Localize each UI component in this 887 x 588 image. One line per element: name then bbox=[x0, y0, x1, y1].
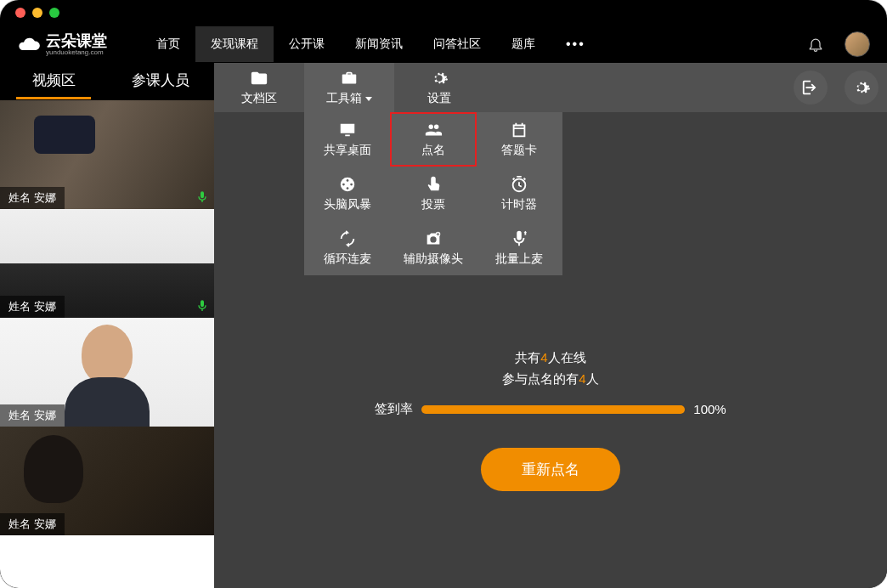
main-content: 文档区 工具箱 设置 bbox=[214, 63, 887, 588]
nav-qa[interactable]: 问答社区 bbox=[418, 26, 496, 62]
dd-brainstorm[interactable]: 头脑风暴 bbox=[304, 167, 390, 221]
mic-up-icon bbox=[510, 229, 528, 248]
folder-icon bbox=[250, 69, 268, 88]
mic-icon bbox=[195, 299, 209, 313]
dd-aux-camera[interactable]: 辅助摄像头 bbox=[390, 221, 476, 275]
mic-icon bbox=[195, 190, 209, 204]
window-titlebar bbox=[0, 0, 887, 25]
dd-batch-mic[interactable]: 批量上麦 bbox=[477, 221, 562, 275]
minimize-dot[interactable] bbox=[32, 8, 42, 18]
sidebar: 视频区 参课人员 姓名 安娜 姓名 安娜 姓名 安娜 姓名 安娜 bbox=[0, 63, 214, 588]
restart-rollcall-button[interactable]: 重新点名 bbox=[481, 448, 620, 491]
nav-public[interactable]: 公开课 bbox=[274, 26, 340, 62]
toolbox-dropdown: 共享桌面 点名 答题卡 头脑风暴 投票 bbox=[304, 112, 562, 275]
settings-round-button[interactable] bbox=[845, 71, 879, 105]
gear-icon bbox=[852, 78, 871, 97]
checkin-rate: 签到率 100% bbox=[375, 401, 726, 417]
tab-attendees[interactable]: 参课人员 bbox=[107, 63, 214, 98]
cloud-icon bbox=[17, 32, 41, 56]
video-cell[interactable] bbox=[0, 535, 214, 588]
film-reel-icon bbox=[338, 175, 357, 194]
svg-point-2 bbox=[342, 184, 345, 186]
maximize-dot[interactable] bbox=[49, 8, 59, 18]
nav-bank[interactable]: 题库 bbox=[496, 26, 551, 62]
nav-discover[interactable]: 发现课程 bbox=[195, 26, 274, 62]
video-cell[interactable]: 姓名 安娜 bbox=[0, 318, 214, 427]
svg-point-1 bbox=[346, 179, 348, 182]
exit-icon bbox=[801, 78, 820, 97]
calendar-icon bbox=[510, 121, 528, 139]
dd-answer-card[interactable]: 答题卡 bbox=[477, 112, 562, 167]
video-cell[interactable]: 姓名 安娜 bbox=[0, 209, 214, 318]
monitor-share-icon bbox=[338, 121, 357, 139]
toolbar: 文档区 工具箱 设置 bbox=[214, 63, 887, 112]
logo-subtext: yunduoketang.com bbox=[46, 48, 107, 56]
camera-plus-icon bbox=[424, 229, 443, 248]
nav-more[interactable]: ••• bbox=[551, 26, 601, 62]
video-list: 姓名 安娜 姓名 安娜 姓名 安娜 姓名 安娜 bbox=[0, 100, 214, 588]
toolbar-settings[interactable]: 设置 bbox=[394, 63, 484, 112]
clock-icon bbox=[510, 175, 528, 194]
svg-point-4 bbox=[346, 187, 348, 189]
online-count: 共有4人在线 bbox=[515, 350, 585, 366]
svg-point-3 bbox=[350, 184, 353, 186]
tab-video[interactable]: 视频区 bbox=[0, 63, 107, 98]
logo-text: 云朵课堂 bbox=[46, 33, 107, 48]
dd-vote[interactable]: 投票 bbox=[390, 167, 476, 221]
dd-loop-mic[interactable]: 循环连麦 bbox=[304, 221, 390, 275]
loop-icon bbox=[338, 229, 357, 248]
exit-button[interactable] bbox=[794, 71, 828, 105]
video-cell[interactable]: 姓名 安娜 bbox=[0, 427, 214, 535]
nav-news[interactable]: 新闻资讯 bbox=[340, 26, 418, 62]
toolbar-doc[interactable]: 文档区 bbox=[214, 63, 304, 112]
toolbar-toolbox[interactable]: 工具箱 bbox=[304, 63, 394, 112]
close-dot[interactable] bbox=[15, 8, 25, 18]
dd-rollcall[interactable]: 点名 bbox=[390, 112, 476, 167]
nav-home[interactable]: 首页 bbox=[141, 26, 195, 62]
logo[interactable]: 云朵课堂 yunduoketang.com bbox=[17, 32, 107, 56]
video-cell[interactable]: 姓名 安娜 bbox=[0, 100, 214, 209]
bell-icon[interactable] bbox=[807, 36, 824, 53]
gear-icon bbox=[430, 69, 449, 88]
user-avatar[interactable] bbox=[845, 31, 870, 57]
dd-timer[interactable]: 计时器 bbox=[477, 167, 562, 221]
people-icon bbox=[424, 121, 443, 139]
chevron-down-icon bbox=[365, 97, 372, 101]
top-nav: 云朵课堂 yunduoketang.com 首页 发现课程 公开课 新闻资讯 问… bbox=[0, 25, 887, 63]
briefcase-icon bbox=[340, 69, 359, 88]
participated-count: 参与点名的有4人 bbox=[502, 371, 598, 387]
dd-share-desktop[interactable]: 共享桌面 bbox=[304, 112, 390, 167]
progress-bar bbox=[421, 405, 685, 414]
touch-icon bbox=[424, 175, 443, 194]
